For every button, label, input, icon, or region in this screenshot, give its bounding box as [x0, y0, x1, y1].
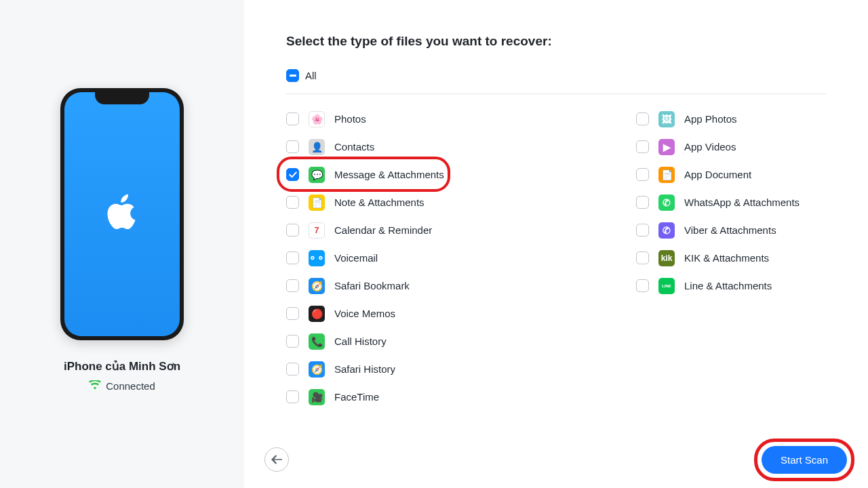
- file-type-label: Line & Attachments: [684, 280, 772, 291]
- file-type-label: Contacts: [334, 141, 374, 152]
- safari-icon: 🧭: [309, 361, 325, 378]
- viber-icon: ✆: [658, 222, 675, 239]
- file-type-label: Safari Bookmark: [334, 280, 410, 291]
- checkbox-notes[interactable]: [286, 196, 299, 209]
- phone-icon: 📞: [309, 333, 325, 350]
- checkbox-safari-bookmark[interactable]: [286, 279, 299, 292]
- file-type-app-document[interactable]: 📄App Document: [636, 161, 826, 188]
- select-all-row[interactable]: All: [286, 69, 826, 94]
- file-type-app-photos[interactable]: 🖼App Photos: [636, 105, 826, 133]
- kik-icon: kik: [658, 250, 675, 266]
- page-title: Select the type of files you want to rec…: [286, 34, 826, 49]
- sidebar: iPhone của Minh Sơn Connected: [0, 0, 244, 488]
- checkbox-app-videos[interactable]: [636, 140, 649, 153]
- facetime-icon: 🎥: [309, 389, 325, 405]
- file-type-kik[interactable]: kikKIK & Attachments: [636, 244, 826, 272]
- file-type-photos[interactable]: 🌸Photos: [286, 105, 636, 133]
- file-types-left-column: 🌸Photos👤Contacts💬Message & Attachments📄N…: [286, 105, 636, 411]
- apple-logo-icon: [106, 194, 138, 235]
- device-status: Connected: [89, 380, 155, 392]
- checkbox-safari-history[interactable]: [286, 363, 299, 375]
- checkbox-app-document[interactable]: [636, 168, 649, 181]
- file-type-label: KIK & Attachments: [684, 252, 769, 264]
- start-scan-highlight: Start Scan: [754, 439, 854, 481]
- file-type-label: Voice Memos: [334, 308, 395, 319]
- file-type-contacts[interactable]: 👤Contacts: [286, 133, 636, 161]
- contacts-icon: 👤: [309, 139, 325, 155]
- all-label: All: [305, 70, 317, 81]
- checkbox-facetime[interactable]: [286, 390, 299, 403]
- file-type-label: App Photos: [684, 113, 737, 125]
- start-scan-button[interactable]: Start Scan: [762, 446, 847, 474]
- file-type-safari-bookmark[interactable]: 🧭Safari Bookmark: [286, 272, 636, 300]
- calendar-icon: 7: [309, 222, 325, 239]
- safari-icon: 🧭: [309, 278, 325, 294]
- file-type-label: App Videos: [684, 141, 736, 152]
- file-type-label: Calendar & Reminder: [334, 224, 432, 236]
- arrow-left-icon: [271, 455, 282, 464]
- notes-icon: 📄: [309, 195, 325, 211]
- checkbox-messages[interactable]: [286, 168, 299, 181]
- file-type-label: Message & Attachments: [334, 169, 444, 180]
- checkbox-all[interactable]: [286, 69, 299, 82]
- file-type-app-videos[interactable]: ▶App Videos: [636, 133, 826, 161]
- checkbox-voice-memos[interactable]: [286, 307, 299, 320]
- file-type-viber[interactable]: ✆Viber & Attachments: [636, 216, 826, 244]
- file-type-label: Call History: [334, 336, 387, 347]
- file-type-label: Photos: [334, 113, 366, 125]
- file-type-label: App Document: [684, 169, 751, 180]
- file-types-right-column: 🖼App Photos▶App Videos📄App Document✆What…: [636, 105, 826, 411]
- file-type-columns: 🌸Photos👤Contacts💬Message & Attachments📄N…: [286, 105, 826, 411]
- file-type-voice-memos[interactable]: 🔴Voice Memos: [286, 300, 636, 327]
- checkbox-photos[interactable]: [286, 113, 299, 125]
- app-photos-icon: 🖼: [658, 111, 675, 127]
- device-status-label: Connected: [106, 380, 155, 392]
- file-type-label: Viber & Attachments: [684, 224, 776, 236]
- checkbox-voicemail[interactable]: [286, 251, 299, 264]
- file-type-label: Safari History: [334, 363, 395, 375]
- checkbox-call-history[interactable]: [286, 335, 299, 348]
- file-type-calendar[interactable]: 7Calendar & Reminder: [286, 216, 636, 244]
- device-name-label: iPhone của Minh Sơn: [64, 359, 180, 373]
- checkbox-viber[interactable]: [636, 224, 649, 237]
- file-type-voicemail[interactable]: ⚬⚬Voicemail: [286, 244, 636, 272]
- device-screen: [64, 92, 180, 336]
- main-panel: Select the type of files you want to rec…: [244, 0, 868, 488]
- file-type-call-history[interactable]: 📞Call History: [286, 327, 636, 355]
- photos-icon: 🌸: [309, 111, 325, 127]
- checkbox-app-photos[interactable]: [636, 113, 649, 125]
- checkbox-line[interactable]: [636, 279, 649, 292]
- file-type-safari-history[interactable]: 🧭Safari History: [286, 355, 636, 383]
- wifi-icon: [89, 380, 101, 392]
- checkbox-contacts[interactable]: [286, 140, 299, 153]
- file-type-label: WhatsApp & Attachments: [684, 197, 800, 208]
- checkbox-kik[interactable]: [636, 251, 649, 264]
- file-type-facetime[interactable]: 🎥FaceTime: [286, 383, 636, 411]
- device-illustration: [60, 88, 184, 340]
- file-type-notes[interactable]: 📄Note & Attachments: [286, 188, 636, 216]
- back-button[interactable]: [264, 447, 289, 472]
- file-type-label: Voicemail: [334, 252, 378, 264]
- file-type-label: FaceTime: [334, 391, 379, 403]
- voicememos-icon: 🔴: [309, 306, 325, 322]
- file-type-label: Note & Attachments: [334, 197, 425, 208]
- app-document-icon: 📄: [658, 167, 675, 183]
- file-type-messages[interactable]: 💬Message & Attachments: [286, 161, 636, 188]
- phone-notch: [95, 92, 149, 104]
- file-type-line[interactable]: LINELine & Attachments: [636, 272, 826, 300]
- file-type-whatsapp[interactable]: ✆WhatsApp & Attachments: [636, 188, 826, 216]
- line-icon: LINE: [658, 278, 675, 294]
- voicemail-icon: ⚬⚬: [309, 250, 325, 266]
- app-videos-icon: ▶: [658, 139, 675, 155]
- messages-icon: 💬: [309, 167, 325, 183]
- checkbox-calendar[interactable]: [286, 224, 299, 237]
- checkbox-whatsapp[interactable]: [636, 196, 649, 209]
- whatsapp-icon: ✆: [658, 195, 675, 211]
